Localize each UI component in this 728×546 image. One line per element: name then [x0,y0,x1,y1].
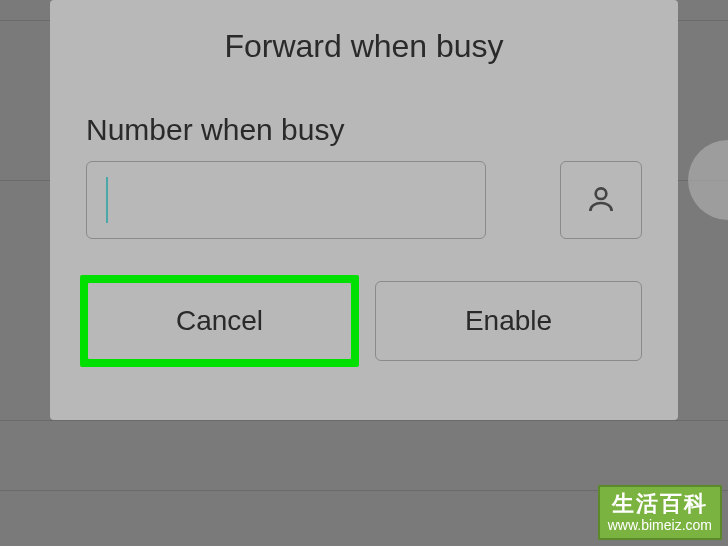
enable-button[interactable]: Enable [375,281,642,361]
text-cursor [106,177,108,223]
dialog-title: Forward when busy [86,28,642,65]
forward-when-busy-dialog: Forward when busy Number when busy Cance… [50,0,678,420]
watermark-title: 生活百科 [608,491,712,517]
watermark: 生活百科 www.bimeiz.com [598,485,722,540]
dialog-button-row: Cancel Enable [86,281,642,361]
number-input[interactable] [86,161,486,239]
cancel-button[interactable]: Cancel [86,281,353,361]
person-icon [585,183,617,218]
input-row [86,161,642,239]
watermark-url: www.bimeiz.com [608,517,712,534]
pick-contact-button[interactable] [560,161,642,239]
svg-point-0 [596,188,607,199]
number-input-wrap [86,161,544,239]
number-field-label: Number when busy [86,113,642,147]
